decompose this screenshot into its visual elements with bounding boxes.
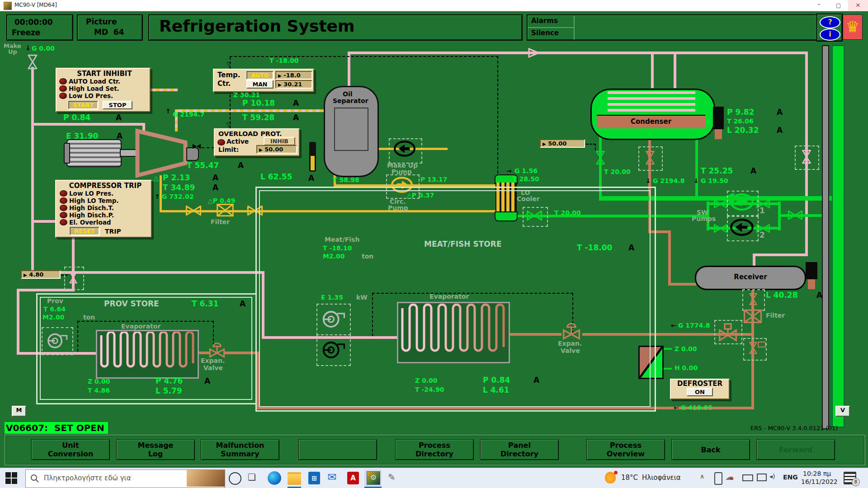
silence-button[interactable]: Silence: [531, 29, 559, 37]
prov-evap-press-mode: A: [204, 376, 210, 385]
tray-date[interactable]: 16/11/2022: [801, 478, 838, 485]
prov-fan[interactable]: [45, 330, 68, 350]
nav-malfunction-summary[interactable]: MalfunctionSummary: [201, 439, 279, 460]
nav-back[interactable]: Back: [671, 439, 750, 460]
nav-message-log[interactable]: MessageLog: [116, 439, 195, 460]
prov-evap-label: Evaporator: [121, 323, 160, 330]
oil-valve-1[interactable]: [185, 205, 202, 216]
nav-line: Unit: [62, 441, 79, 450]
cond-temp: T 26.06: [727, 117, 754, 125]
condenser-band: Condenser: [597, 115, 705, 128]
acrobat-icon[interactable]: A: [347, 472, 359, 484]
defroster-on-button[interactable]: ON: [687, 388, 713, 396]
start-button[interactable]: [5, 472, 17, 484]
cond-liq-valve[interactable]: [642, 150, 659, 165]
search-box[interactable]: Πληκτρολογήστε εδώ για: [25, 469, 225, 488]
tray-network-icon[interactable]: [757, 474, 767, 481]
tray-volume-icon[interactable]: ◂): [769, 473, 775, 480]
compressor-trip-title: COMPRESSOR TRIP: [60, 182, 151, 190]
oil-filter[interactable]: [216, 203, 235, 217]
overload-box: OVERLOAD PROT. Active INHIB Limit: ▶ 50.…: [214, 128, 300, 156]
start-button[interactable]: START: [68, 101, 98, 109]
picture-label: Picture: [86, 17, 117, 26]
defrost-return-arrow: ←: [674, 404, 679, 411]
sw-pump-2[interactable]: [730, 218, 754, 237]
mf-expansion-valve[interactable]: [561, 322, 582, 340]
nav-unit-conversion[interactable]: UnitConversion: [31, 439, 110, 460]
mail-icon[interactable]: ✉: [327, 471, 336, 483]
tool-app-icon[interactable]: ✎: [388, 472, 396, 483]
tray-time[interactable]: 10:28 πμ: [803, 470, 831, 477]
sw-out-valve[interactable]: [788, 210, 803, 221]
alarms-label[interactable]: Alarms: [531, 17, 558, 25]
makeup-pump[interactable]: [393, 140, 416, 157]
auto-button[interactable]: AUTO: [246, 71, 274, 80]
reset-button[interactable]: RESET: [70, 227, 99, 235]
liquid-motor-valve[interactable]: [718, 323, 738, 342]
file-explorer-icon[interactable]: [288, 472, 301, 485]
led-trip-el-overload: [60, 219, 67, 225]
overload-limit-value: 50.00: [264, 146, 283, 153]
sw-setpoint-field[interactable]: ▶ 50.00: [540, 139, 585, 148]
mf-fan-2[interactable]: [320, 338, 345, 360]
mf-evap-coil: [399, 304, 505, 359]
mf-fan-1[interactable]: [320, 307, 345, 329]
receiver-out-valve[interactable]: [745, 293, 761, 305]
prov-suction-valve[interactable]: [65, 271, 81, 284]
inhib-button[interactable]: INHIB: [264, 137, 295, 145]
task-view-icon[interactable]: ❏: [248, 472, 256, 483]
prov-setpoint-field[interactable]: ▶ 4.80: [21, 270, 61, 279]
compressor-trip-box: COMPRESSOR TRIP Low LO Pres. High LO Tem…: [55, 180, 152, 238]
equalize-valve[interactable]: [798, 150, 815, 164]
prov-evap-press: P 4.76: [156, 376, 183, 385]
sw-pumps-label2: Pumps: [692, 215, 716, 222]
search-highlight-image[interactable]: [187, 470, 225, 487]
edge-icon[interactable]: [268, 471, 281, 485]
maximize-button[interactable]: ▢: [829, 0, 848, 11]
receiver-level: L 40.28: [766, 291, 798, 300]
led-low-lo-pres: [59, 93, 67, 99]
sw-valve-1a[interactable]: [713, 199, 728, 209]
tray-onedrive-icon[interactable]: ☁⊗: [725, 472, 734, 482]
start-sq2: [12, 472, 17, 478]
pipe-sep-riser: [348, 53, 350, 88]
sw-pump-1[interactable]: [730, 192, 754, 211]
cond-sw-flow-arrow: ↓: [693, 177, 699, 184]
weather-desc[interactable]: Ηλιοφάνεια: [642, 474, 681, 482]
tray-language[interactable]: ENG: [783, 474, 798, 481]
cortana-icon[interactable]: [229, 472, 241, 485]
m-button[interactable]: M: [12, 406, 26, 417]
liquid-filter[interactable]: [743, 309, 762, 324]
nav-panel-directory[interactable]: PanelDirectory: [480, 439, 559, 460]
temp-setpoint-field[interactable]: ▶ -18.0: [275, 71, 312, 80]
cap-setpoint-field[interactable]: ▶ 30.21: [275, 80, 312, 89]
mc90-app-icon[interactable]: ⚙: [364, 469, 382, 487]
close-button[interactable]: ✕: [848, 0, 868, 11]
tray-phone-icon[interactable]: [714, 472, 722, 485]
man-button[interactable]: MAN: [246, 80, 274, 89]
minimize-button[interactable]: –: [809, 0, 829, 11]
v-button[interactable]: V: [835, 406, 850, 417]
sw-valve-2a[interactable]: [713, 224, 728, 233]
search-icon: [30, 474, 39, 483]
nav-process-overview[interactable]: ProcessOverview: [586, 439, 665, 460]
stop-button[interactable]: STOP: [103, 101, 132, 109]
nav-line: Process: [610, 441, 642, 450]
help-icon[interactable]: ?: [820, 16, 840, 28]
tray-battery-icon[interactable]: [742, 474, 753, 481]
sw-cond-valve[interactable]: [592, 150, 609, 165]
weather-temp[interactable]: 18°C: [621, 474, 638, 482]
brand-logo: ♛: [843, 14, 863, 40]
nav-forward[interactable]: Forward: [756, 439, 835, 460]
mf-fan-power-unit: kW: [356, 294, 368, 301]
tray-chevron-icon[interactable]: ∧: [700, 473, 704, 480]
compressor[interactable]: [135, 128, 188, 178]
store-icon[interactable]: ⊞: [308, 472, 320, 484]
info-icon[interactable]: i: [820, 28, 840, 41]
makeup-flow: G 0.00: [32, 45, 55, 52]
oil-level-mode: A: [308, 174, 314, 183]
makeup-hand-valve[interactable]: [25, 54, 40, 70]
overload-limit-field[interactable]: ▶ 50.00: [256, 145, 297, 154]
nav-process-directory[interactable]: ProcessDirectory: [395, 439, 474, 460]
prov-expansion-valve[interactable]: [207, 342, 227, 358]
